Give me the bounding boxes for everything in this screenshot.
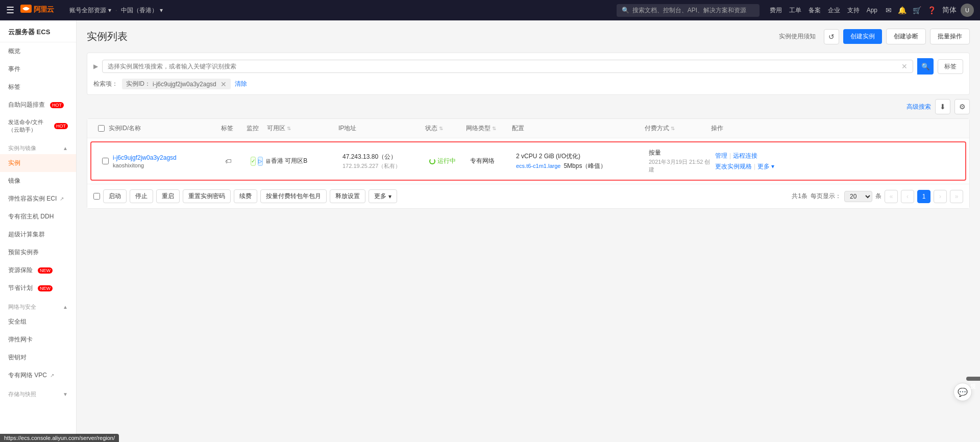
create-instance-button[interactable]: 创建实例: [843, 29, 882, 44]
sidebar-item-tags[interactable]: 标签: [0, 78, 76, 96]
nav-enterprise[interactable]: 企业: [828, 6, 840, 15]
tag-button[interactable]: 标签: [938, 59, 963, 74]
sidebar-section-network[interactable]: 网络与安全 ▲: [0, 299, 76, 313]
filter-expand-icon[interactable]: ▶: [93, 63, 98, 70]
sidebar-item-reserved[interactable]: 预留实例券: [0, 243, 76, 261]
sidebar-item-ddh[interactable]: 专有宿主机 DDH: [0, 208, 76, 226]
section-storage-arrow[interactable]: ▼: [63, 391, 68, 397]
restart-button[interactable]: 重启: [156, 189, 180, 203]
zone-sort-icon[interactable]: ⇅: [287, 126, 291, 131]
remote-connect-link[interactable]: 远程连接: [733, 152, 757, 160]
manage-link[interactable]: 管理: [715, 152, 727, 160]
release-settings-button[interactable]: 释放设置: [330, 189, 365, 203]
clear-all-filters[interactable]: 清除: [235, 80, 247, 88]
prev-page-button[interactable]: ‹: [901, 190, 914, 203]
select-all-checkbox[interactable]: [98, 125, 105, 132]
next-page-button[interactable]: ›: [934, 190, 947, 203]
page-1-button[interactable]: 1: [917, 190, 930, 203]
change-spec-link[interactable]: 更改实例规格: [715, 162, 752, 171]
cart-icon[interactable]: 🛒: [913, 6, 921, 14]
batch-operation-button[interactable]: 批量操作: [930, 29, 970, 44]
nav-fees[interactable]: 费用: [770, 6, 782, 15]
header-status[interactable]: 状态 ⇅: [425, 124, 466, 133]
filter-input[interactable]: [108, 63, 897, 70]
network-sort-icon[interactable]: ⇅: [492, 126, 496, 131]
sidebar-section-storage[interactable]: 存储与快照 ▼: [0, 386, 76, 400]
filter-remove-icon[interactable]: ✕: [220, 80, 227, 88]
more-dropdown-button[interactable]: 更多 ▾: [369, 189, 397, 203]
header-zone[interactable]: 可用区 ⇅: [267, 124, 338, 133]
page-header: 实例列表 实例使用须知 ↺ 创建实例 创建诊断 批量操作: [87, 29, 970, 44]
config-spec-link[interactable]: ecs.t6-c1m1.large: [516, 163, 560, 169]
header-payment[interactable]: 付费方式 ⇅: [645, 124, 711, 133]
nav-icp[interactable]: 备案: [808, 6, 821, 15]
row-checkbox[interactable]: [102, 158, 109, 164]
more-actions-dropdown[interactable]: 更多 ▾: [757, 162, 774, 171]
filter-input-wrap[interactable]: ✕: [102, 60, 913, 73]
row-config-cell: 2 vCPU 2 GiB (I/O优化) ecs.t6-c1m1.large 5…: [516, 152, 649, 170]
nav-search[interactable]: 🔍 搜索文档、控制台、API、解决方案和资源: [617, 4, 760, 17]
monitor-screen-icon[interactable]: 🖥: [265, 158, 271, 165]
per-page-select[interactable]: 20 50 100: [844, 191, 872, 202]
sidebar-item-cloudassist[interactable]: 发送命令/文件（云助手） HOT: [0, 114, 76, 138]
download-button[interactable]: ⬇: [935, 99, 950, 114]
refresh-button[interactable]: ↺: [824, 29, 839, 44]
sidebar-item-insurance[interactable]: 资源保险 NEW: [0, 261, 76, 279]
renew-button[interactable]: 续费: [234, 189, 257, 203]
tag-icon[interactable]: 🏷: [225, 158, 231, 165]
lang-switch[interactable]: 简体: [942, 6, 957, 15]
avatar[interactable]: U: [961, 4, 974, 17]
start-button[interactable]: 启动: [103, 189, 127, 203]
sidebar-item-savings[interactable]: 节省计划 NEW: [0, 279, 76, 297]
next-next-page-button[interactable]: »: [950, 190, 963, 203]
advanced-search-button[interactable]: 高级搜索: [906, 103, 931, 111]
monitor-blue-icon[interactable]: ▷: [258, 157, 263, 166]
nav-support[interactable]: 支持: [847, 6, 860, 15]
search-button[interactable]: 🔍: [917, 58, 934, 75]
nav-ticket[interactable]: 工单: [789, 6, 801, 15]
notice-link[interactable]: 实例使用须知: [775, 30, 820, 43]
bottom-select-all[interactable]: [93, 193, 100, 200]
sidebar-item-eni[interactable]: 弹性网卡: [0, 331, 76, 349]
row-instance-id-cell: i-j6c9ujgf2jw0a3y2agsd kaoshixitong: [113, 154, 225, 168]
feedback-button[interactable]: 反馈: [966, 377, 980, 381]
settings-button[interactable]: ⚙: [954, 99, 970, 114]
sidebar-item-hpc[interactable]: 超级计算集群: [0, 226, 76, 243]
section-network-arrow[interactable]: ▲: [63, 304, 68, 310]
nav-app[interactable]: App: [867, 7, 877, 14]
section-instances-arrow[interactable]: ▲: [63, 145, 68, 151]
sidebar-item-keypair[interactable]: 密钥对: [0, 349, 76, 366]
sidebar-item-vpc[interactable]: 专有网络 VPC ↗: [0, 366, 76, 384]
monitor-green-icon[interactable]: ✓: [251, 157, 256, 166]
stop-button[interactable]: 停止: [130, 189, 153, 203]
help-icon[interactable]: ❓: [927, 6, 936, 14]
convert-billing-button[interactable]: 按量付费转包年包月: [260, 189, 327, 203]
status-sort-icon[interactable]: ⇅: [439, 126, 443, 131]
filter-clear-icon[interactable]: ✕: [901, 62, 908, 70]
account-section[interactable]: 账号全部资源 ▾ · 中国（香港） ▾: [69, 6, 163, 15]
menu-icon[interactable]: ☰: [6, 5, 14, 16]
row-tags-cell[interactable]: 🏷: [225, 158, 251, 165]
create-diagnosis-button[interactable]: 创建诊断: [886, 29, 926, 44]
chat-button[interactable]: 💬: [953, 383, 972, 401]
sidebar-item-instance[interactable]: 实例: [0, 154, 76, 172]
message-icon[interactable]: ✉: [886, 6, 892, 14]
overview-label: 概览: [8, 47, 20, 56]
header-network[interactable]: 网络类型 ⇅: [466, 124, 512, 133]
sidebar-item-troubleshoot[interactable]: 自助问题排查 HOT: [0, 96, 76, 114]
sidebar-section-instances[interactable]: 实例与镜像 ▲: [0, 140, 76, 154]
payment-sort-icon[interactable]: ⇅: [671, 126, 675, 131]
prev-prev-page-button[interactable]: «: [885, 190, 898, 203]
header-checkbox-col[interactable]: [93, 124, 109, 133]
sidebar-item-overview[interactable]: 概览: [0, 42, 76, 60]
sidebar-item-eci[interactable]: 弹性容器实例 ECI ↗: [0, 190, 76, 208]
sidebar-item-security-group[interactable]: 安全组: [0, 313, 76, 331]
sidebar-item-events[interactable]: 事件: [0, 60, 76, 78]
row-checkbox-cell[interactable]: [97, 158, 113, 164]
row-monitor-cell[interactable]: ✓ ▷ 🖥: [251, 157, 271, 166]
sidebar-item-image[interactable]: 镜像: [0, 172, 76, 190]
sidebar-collapse-button[interactable]: ‹: [76, 221, 77, 241]
instance-id-link[interactable]: i-j6c9ujgf2jw0a3y2agsd: [113, 154, 225, 161]
bell-icon[interactable]: 🔔: [898, 6, 906, 14]
reset-password-button[interactable]: 重置实例密码: [183, 189, 231, 203]
